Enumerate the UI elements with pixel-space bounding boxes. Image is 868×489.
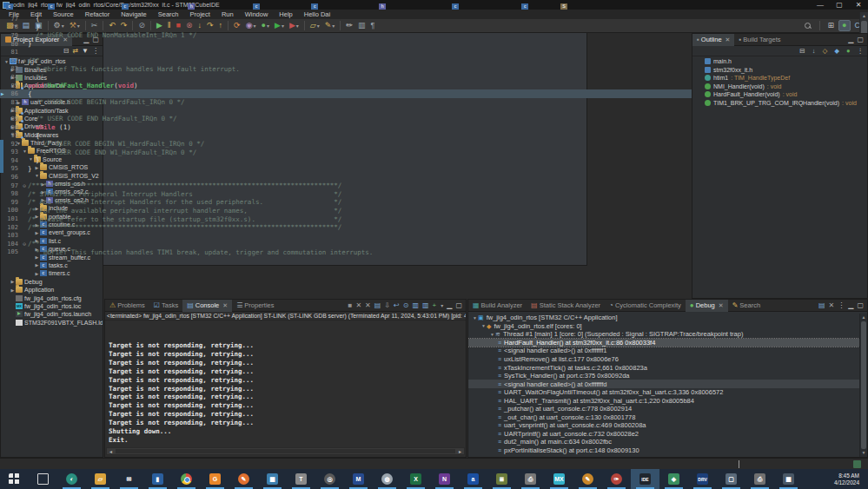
stack-frame[interactable]: ≡<signal handler called>() at 0xfffffff1 bbox=[468, 347, 859, 355]
taskbar-cubemx[interactable]: MX bbox=[545, 469, 573, 489]
stack-frame[interactable]: ≡UARTprintf() at uart_console.c:732 0x80… bbox=[468, 430, 859, 439]
breakpoint-margin[interactable] bbox=[0, 123, 7, 132]
console-tab-properties[interactable]: ☰Properties bbox=[232, 300, 278, 312]
word-wrap-button[interactable]: ↩ bbox=[394, 302, 400, 309]
debug-tree-item[interactable]: ▮arm-none-eabi-gdb (13.2.90.20230627) bbox=[468, 454, 859, 457]
stack-frame[interactable]: ≡<signal handler called>() at 0xfffffffd bbox=[468, 380, 859, 388]
taskbar-spiral-app[interactable]: ◎ bbox=[315, 469, 344, 489]
breakpoint-margin[interactable] bbox=[0, 240, 7, 248]
show-console-button[interactable]: ▤ bbox=[818, 302, 825, 309]
taskbar-calculator[interactable]: ▦ bbox=[774, 469, 803, 489]
debug-vertical-scrollbar[interactable]: ▲ ▼ bbox=[859, 314, 867, 457]
breakpoint-margin[interactable] bbox=[0, 15, 7, 23]
breakpoint-margin[interactable] bbox=[0, 165, 7, 174]
stack-frame[interactable]: ≡_putchar() at uart_console.c:778 0x8002… bbox=[468, 405, 859, 413]
remove-all-terminated-button[interactable]: ✕ bbox=[829, 302, 835, 309]
expanded-twistie-icon[interactable]: ▼ bbox=[489, 332, 495, 337]
scrollbar-thumb[interactable] bbox=[116, 449, 455, 453]
display-selected-console-button[interactable]: ▥ bbox=[412, 302, 419, 309]
maximize-button[interactable]: ▢ bbox=[455, 302, 462, 309]
maximize-button[interactable]: ▢ bbox=[857, 36, 864, 43]
remove-launch-button[interactable]: ✕ bbox=[355, 302, 361, 309]
console-horizontal-scrollbar[interactable]: ◂ ▸ bbox=[106, 447, 465, 455]
minimize-button[interactable]: ▁ bbox=[447, 302, 452, 309]
open-console-button[interactable]: + bbox=[433, 302, 437, 309]
expanded-twistie-icon[interactable]: ▼ bbox=[472, 315, 478, 320]
outline-item[interactable]: TIM1_BRK_UP_TRG_COM_IRQHandler(void) : v… bbox=[692, 99, 867, 108]
taskbar-red-tool-app[interactable]: ✑ bbox=[602, 469, 631, 489]
debug-tab-static-stack-analyzer[interactable]: ▤Static Stack Analyzer bbox=[527, 300, 605, 312]
breakpoint-margin[interactable] bbox=[0, 215, 7, 223]
status-tray-icon[interactable] bbox=[853, 460, 861, 468]
stack-frame[interactable]: ≡_out_char() at uart_console.c:130 0x800… bbox=[468, 413, 859, 422]
breakpoint-margin[interactable] bbox=[0, 82, 7, 90]
expanded-twistie-icon[interactable]: ▼ bbox=[480, 323, 487, 328]
scroll-lock-button[interactable]: ⇩ bbox=[384, 302, 390, 309]
breakpoint-margin[interactable] bbox=[0, 115, 7, 123]
taskbar-printer-3d-app[interactable]: ⎙ bbox=[516, 469, 545, 489]
outline-tab-outline[interactable]: ▪Outline✕ bbox=[692, 34, 734, 46]
code-line[interactable]: 78 } bbox=[0, 23, 859, 32]
taskbar-m-app[interactable]: M bbox=[344, 469, 373, 489]
taskbar-map-app[interactable]: ◈ bbox=[659, 469, 688, 489]
fold-marker-icon[interactable]: ⊖ bbox=[23, 57, 26, 63]
scroll-up-arrow[interactable]: ▲ bbox=[860, 314, 867, 321]
fold-marker-icon[interactable]: ⊖ bbox=[23, 83, 26, 89]
debug-tab-build-analyzer[interactable]: ▦Build Analyzer bbox=[468, 300, 527, 312]
debug-tree-item[interactable]: ▼◆fw_jig4_odin_rtos.elf [cores: 0] bbox=[468, 322, 859, 331]
taskbar-window-app[interactable]: ▢ bbox=[717, 469, 745, 489]
breakpoint-margin[interactable] bbox=[0, 40, 7, 49]
close-tab-icon[interactable]: ✕ bbox=[726, 36, 731, 43]
breakpoint-margin[interactable] bbox=[0, 248, 7, 257]
outline-tab-build-targets[interactable]: ▪Build Targets bbox=[734, 34, 785, 46]
breakpoint-margin[interactable] bbox=[0, 98, 7, 107]
code-line[interactable]: 77 { bbox=[0, 15, 859, 23]
breakpoint-margin[interactable] bbox=[0, 140, 7, 149]
taskbar-cubeide[interactable]: IDE bbox=[631, 469, 659, 489]
outline-item[interactable]: stm32f0xx_it.h bbox=[692, 66, 867, 75]
stack-frame[interactable]: ≡uart_vsnprintf() at uart_console.c:469 … bbox=[468, 421, 859, 430]
close-tab-icon[interactable]: ✕ bbox=[719, 302, 724, 309]
scrollbar-thumb[interactable] bbox=[861, 321, 866, 449]
breakpoint-margin[interactable] bbox=[0, 182, 7, 190]
minimize-button[interactable]: ▁ bbox=[848, 36, 853, 43]
scroll-left-arrow[interactable]: ◂ bbox=[107, 448, 115, 454]
console-tab-problems[interactable]: ⚠Problems bbox=[105, 300, 149, 312]
pin-console-button[interactable]: ⊙ bbox=[403, 302, 409, 309]
breakpoint-margin[interactable] bbox=[0, 198, 7, 207]
terminate-console-button[interactable]: ■ bbox=[348, 302, 353, 309]
debug-tab-debug[interactable]: ●Debug✕ bbox=[686, 300, 728, 312]
outline-item[interactable]: NMI_Handler(void) : void bbox=[692, 83, 867, 91]
hide-fields-button[interactable]: ◇ bbox=[822, 47, 827, 55]
stack-frame[interactable]: ≡dut2_main() at main.c:634 0x8002fbc bbox=[468, 438, 859, 446]
taskbar-printer-app[interactable]: ⎙ bbox=[745, 469, 774, 489]
debug-tab-search[interactable]: ✎Search bbox=[728, 300, 765, 312]
breakpoint-margin[interactable] bbox=[0, 131, 7, 140]
debug-tab-cyclomatic-complexity[interactable]: ◔Cyclomatic Complexity bbox=[605, 300, 686, 312]
maximize-button[interactable]: ▢ bbox=[830, 1, 849, 9]
stack-frame[interactable]: ≡HardFault_Handler() at stm32f0xx_it.c:8… bbox=[468, 339, 859, 347]
stack-frame[interactable]: ≡xTaskIncrementTick() at tasks.c:2,661 0… bbox=[468, 363, 859, 372]
breakpoint-margin[interactable] bbox=[0, 189, 7, 198]
fold-marker-icon[interactable]: ⊖ bbox=[23, 241, 26, 247]
taskbar-clock[interactable]: 8:45 AM 4/12/2024 bbox=[834, 469, 868, 489]
taskbar-excel[interactable]: X bbox=[401, 469, 430, 489]
stack-frame[interactable]: ≡SysTick_Handler() at port.c:375 0x80092… bbox=[468, 372, 859, 380]
console-tab-tasks[interactable]: ☑Tasks bbox=[149, 300, 182, 312]
taskbar-photos-app[interactable]: ◐ bbox=[57, 469, 86, 489]
breakpoint-margin[interactable] bbox=[0, 231, 7, 240]
breakpoint-margin[interactable] bbox=[0, 223, 7, 232]
outline-item[interactable]: main.h bbox=[692, 57, 867, 66]
remove-all-terminated-button[interactable]: ✕ bbox=[365, 302, 371, 309]
taskbar-task-view[interactable] bbox=[29, 469, 57, 489]
breakpoint-margin[interactable] bbox=[0, 149, 7, 157]
breakpoint-margin[interactable] bbox=[0, 207, 7, 215]
view-menu-button[interactable]: ⋮ bbox=[858, 47, 865, 55]
breakpoint-margin[interactable] bbox=[0, 56, 7, 65]
breakpoint-margin[interactable] bbox=[0, 156, 7, 165]
outline-item[interactable]: HardFault_Handler(void) : void bbox=[692, 90, 867, 99]
breakpoint-margin[interactable] bbox=[0, 173, 7, 182]
breakpoint-margin[interactable] bbox=[0, 65, 7, 74]
breakpoint-margin[interactable] bbox=[0, 107, 7, 116]
taskbar-drv-app[interactable]: DRV bbox=[688, 469, 717, 489]
